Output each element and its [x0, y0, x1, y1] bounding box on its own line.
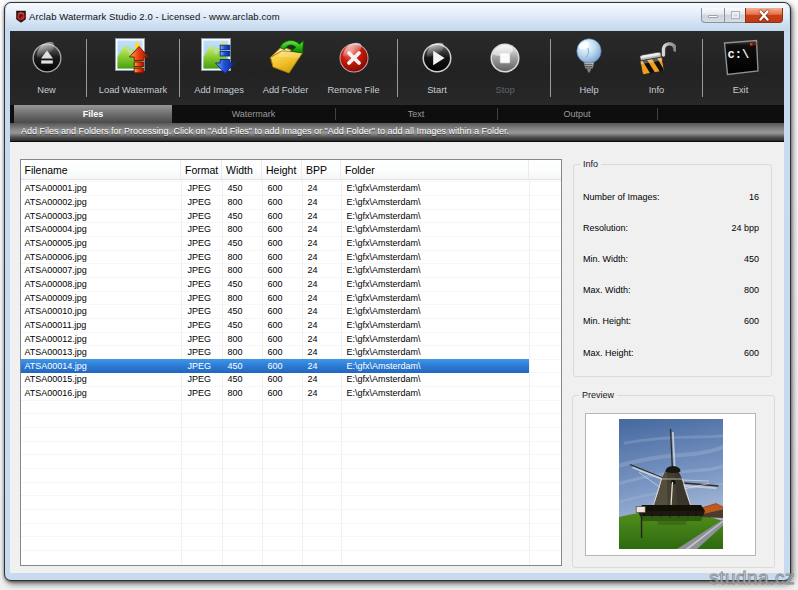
svg-text:c:\: c:\	[727, 48, 749, 62]
